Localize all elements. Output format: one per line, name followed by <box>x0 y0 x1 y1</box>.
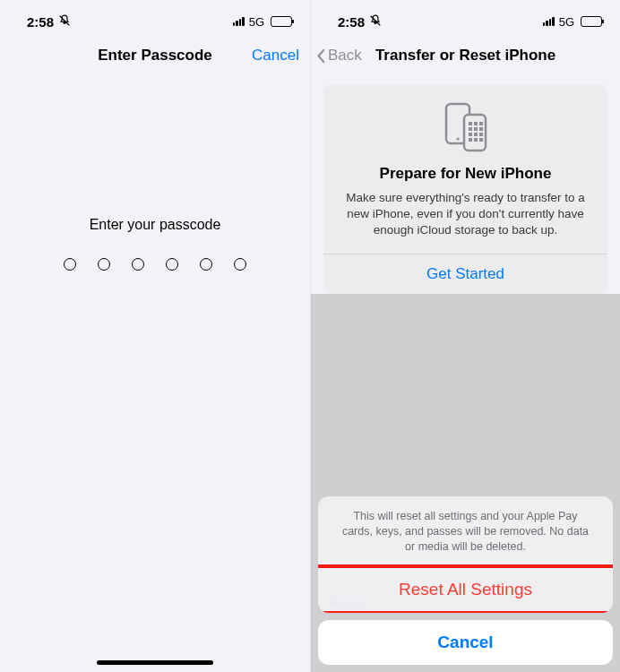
sheet-cancel-button[interactable]: Cancel <box>318 620 613 665</box>
passcode-dot <box>234 258 246 271</box>
network-label: 5G <box>249 15 264 29</box>
status-time: 2:58 <box>27 14 54 30</box>
signal-icon <box>233 17 245 26</box>
nav-title: Transfer or Reset iPhone <box>375 47 555 65</box>
svg-rect-14 <box>479 138 483 142</box>
get-started-button[interactable]: Get Started <box>338 254 593 294</box>
passcode-prompt: Enter your passcode <box>90 217 221 233</box>
svg-rect-11 <box>479 133 483 136</box>
prepare-card: Prepare for New iPhone Make sure everyth… <box>323 84 607 294</box>
mute-icon <box>58 14 71 30</box>
svg-rect-10 <box>474 133 478 136</box>
status-bar: 2:58 5G <box>0 0 310 36</box>
passcode-dot <box>64 258 76 271</box>
svg-rect-9 <box>469 133 472 136</box>
svg-rect-5 <box>479 122 483 125</box>
svg-rect-7 <box>474 127 478 131</box>
home-indicator[interactable] <box>97 660 213 665</box>
battery-icon <box>581 16 602 27</box>
passcode-dot <box>98 258 110 271</box>
nav-bar: Enter Passcode Cancel <box>0 36 310 75</box>
cancel-button[interactable]: Cancel <box>252 47 299 65</box>
sheet-message: This will reset all settings and your Ap… <box>318 496 613 565</box>
passcode-dot <box>200 258 212 271</box>
passcode-dot <box>132 258 144 271</box>
svg-rect-3 <box>469 122 472 125</box>
nav-bar: Back Transfer or Reset iPhone <box>311 36 620 75</box>
transfer-reset-screen: 2:58 5G Back Transfer or Reset iPhone <box>310 0 620 672</box>
svg-rect-8 <box>479 127 483 131</box>
mute-icon <box>369 14 382 30</box>
card-title: Prepare for New iPhone <box>338 165 593 183</box>
svg-rect-13 <box>474 138 478 142</box>
passcode-dots[interactable] <box>64 258 246 271</box>
reset-all-settings-button[interactable]: Reset All Settings <box>318 566 613 613</box>
svg-point-1 <box>456 137 459 140</box>
svg-rect-12 <box>469 138 472 142</box>
battery-icon <box>271 16 292 27</box>
card-description: Make sure everything's ready to transfer… <box>338 190 593 254</box>
back-label: Back <box>328 47 362 65</box>
phones-icon <box>338 102 593 154</box>
passcode-dot <box>166 258 178 271</box>
status-bar: 2:58 5G <box>311 0 620 36</box>
svg-rect-6 <box>469 127 472 131</box>
nav-title: Enter Passcode <box>98 47 212 65</box>
chevron-left-icon <box>316 48 325 64</box>
network-label: 5G <box>559 15 574 29</box>
status-time: 2:58 <box>338 14 365 30</box>
reset-all-settings-label: Reset All Settings <box>399 580 532 599</box>
back-button[interactable]: Back <box>316 47 362 65</box>
action-sheet: This will reset all settings and your Ap… <box>311 496 620 665</box>
svg-rect-4 <box>474 122 478 125</box>
passcode-screen: 2:58 5G Enter Passcode Cancel Enter your… <box>0 0 310 672</box>
signal-icon <box>543 17 555 26</box>
